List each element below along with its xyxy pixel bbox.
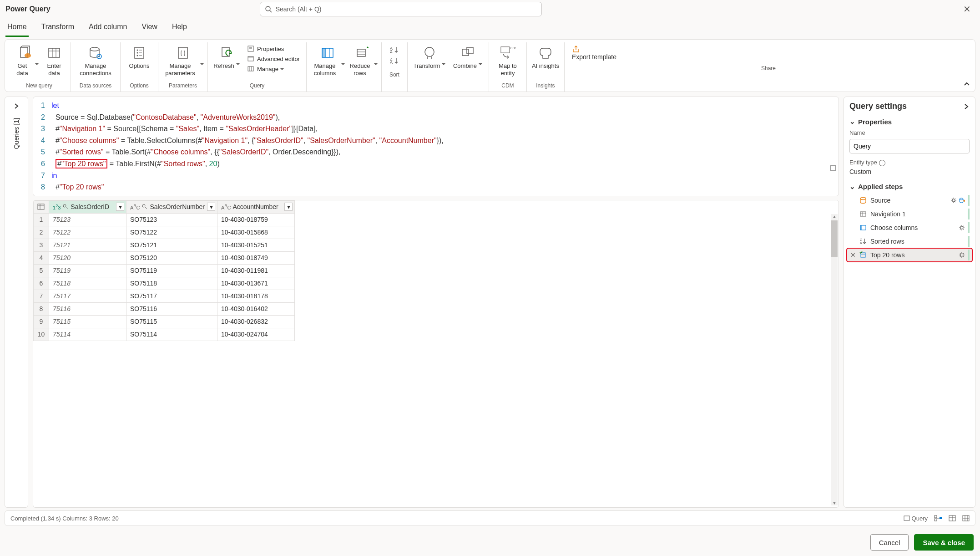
svg-rect-63: [861, 253, 865, 257]
delete-step-icon[interactable]: ✕: [849, 251, 857, 259]
manage-button[interactable]: Manage: [243, 64, 303, 73]
save-close-button[interactable]: Save & close: [914, 534, 974, 551]
table-row[interactable]: 975115SO7511510-4030-026832: [34, 315, 839, 328]
key-icon: [62, 204, 69, 210]
transform-button[interactable]: Transform: [410, 42, 449, 81]
formula-editor[interactable]: 1let2 Source = Sql.Database("ContosoData…: [33, 97, 839, 196]
advanced-editor-button[interactable]: Advanced editor: [243, 54, 303, 63]
query-name-input[interactable]: [849, 139, 970, 153]
table-row[interactable]: 1075114SO7511410-4030-024704: [34, 328, 839, 341]
ribbon-group-share: Export template Share: [565, 42, 972, 92]
ribbon-group-cols-rows: Manage columns Reduce rows: [307, 42, 382, 92]
expand-queries-button[interactable]: [11, 101, 22, 112]
properties-section-header[interactable]: ⌄ Properties: [844, 115, 975, 128]
code-fold-marker[interactable]: [830, 165, 836, 171]
col-dropdown[interactable]: ▾: [116, 203, 124, 211]
sort-az-icon: AZ: [387, 45, 402, 54]
svg-rect-66: [904, 516, 909, 520]
applied-step-item[interactable]: Navigation 1: [847, 207, 972, 221]
svg-text:Z: Z: [860, 238, 862, 241]
svg-line-49: [66, 207, 68, 209]
table-row[interactable]: 275122SO7512210-4030-015868: [34, 226, 839, 239]
refresh-button[interactable]: Refresh: [211, 42, 242, 81]
search-box[interactable]: Search (Alt + Q): [260, 2, 542, 16]
transform-icon: [422, 45, 437, 61]
ribbon-group-data-sources: Manage connections Data sources: [71, 42, 121, 92]
svg-point-10: [99, 56, 100, 57]
info-icon[interactable]: i: [879, 160, 885, 166]
sort-buttons[interactable]: AZ ZA: [384, 42, 404, 70]
options-button[interactable]: Options: [123, 42, 155, 81]
col-dropdown[interactable]: ▾: [284, 203, 293, 211]
status-view-grid-icon[interactable]: [962, 515, 970, 521]
get-data-button[interactable]: Get data: [10, 42, 40, 81]
query-stack: Properties Advanced editor Manage: [243, 42, 303, 73]
col-dropdown[interactable]: ▾: [207, 203, 215, 211]
status-steps-icon[interactable]: [934, 515, 942, 521]
datasource-icon[interactable]: [959, 197, 965, 204]
col-accountnumber[interactable]: ABC AccountNumber ▾: [217, 200, 295, 213]
query-settings-panel: Query settings ⌄ Properties Name Entity …: [844, 97, 975, 508]
col-salesordernumber[interactable]: ABC SalesOrderNumber ▾: [126, 200, 217, 213]
table-corner[interactable]: [34, 200, 49, 213]
ribbon-group-transform-combine: Transform Combine: [408, 42, 489, 92]
applied-steps-header[interactable]: ⌄ Applied steps: [844, 180, 975, 194]
status-query-button[interactable]: Query: [904, 515, 928, 522]
enter-data-icon: [46, 45, 62, 61]
settings-expand-button[interactable]: [963, 103, 970, 110]
ribbon-collapse-button[interactable]: [963, 81, 970, 88]
gear-icon[interactable]: [959, 224, 965, 231]
svg-point-65: [960, 254, 963, 256]
ai-insights-button[interactable]: AI insights: [530, 42, 561, 81]
map-entity-icon: CDM: [500, 45, 515, 61]
table-row[interactable]: 375121SO7512110-4030-015251: [34, 239, 839, 251]
table-row[interactable]: 575119SO7511910-4030-011981: [34, 264, 839, 277]
applied-step-item[interactable]: Choose columns: [847, 221, 972, 235]
step-type-icon: [859, 251, 868, 259]
chevron-down-icon: ⌄: [849, 117, 855, 126]
table-row[interactable]: 875116SO7511610-4030-016402: [34, 302, 839, 315]
svg-rect-41: [462, 49, 469, 56]
cancel-button[interactable]: Cancel: [870, 534, 909, 551]
tab-view[interactable]: View: [140, 19, 159, 37]
status-view-table-icon[interactable]: [949, 515, 956, 521]
manage-connections-button[interactable]: Manage connections: [74, 42, 117, 81]
table-row[interactable]: 175123SO7512310-4030-018759: [34, 213, 839, 226]
applied-step-item[interactable]: Source: [847, 194, 972, 207]
svg-rect-69: [940, 517, 942, 519]
svg-rect-4: [49, 48, 60, 57]
map-to-entity-button[interactable]: CDM Map to entity: [492, 42, 524, 81]
manage-columns-button[interactable]: Manage columns: [309, 42, 346, 81]
applied-step-item[interactable]: ✕Top 20 rows: [847, 248, 972, 262]
tab-transform[interactable]: Transform: [40, 19, 76, 37]
reduce-rows-button[interactable]: Reduce rows: [347, 42, 379, 81]
step-label: Source: [870, 197, 949, 204]
gear-icon[interactable]: [950, 197, 957, 204]
table-row[interactable]: 775117SO7511710-4030-018178: [34, 290, 839, 302]
svg-rect-45: [38, 204, 44, 209]
entity-type-value: Custom: [844, 167, 975, 180]
tab-add-column[interactable]: Add column: [87, 19, 129, 37]
table-row[interactable]: 675118SO7511810-4030-013671: [34, 277, 839, 290]
table-scrollbar[interactable]: ▲▼: [831, 214, 838, 505]
applied-step-item[interactable]: ZASorted rows: [847, 235, 972, 248]
tab-help[interactable]: Help: [170, 19, 189, 37]
close-button[interactable]: ✕: [960, 2, 975, 16]
svg-point-54: [960, 198, 963, 200]
svg-line-51: [145, 207, 147, 209]
gear-icon[interactable]: [959, 252, 965, 258]
manage-parameters-button[interactable]: { } Manage parameters: [161, 42, 205, 81]
export-template-button[interactable]: Export template: [567, 42, 621, 63]
properties-button[interactable]: Properties: [243, 44, 303, 53]
svg-text:A: A: [390, 60, 393, 64]
combine-button[interactable]: Combine: [450, 42, 486, 81]
svg-rect-59: [860, 225, 862, 230]
svg-point-40: [425, 47, 434, 56]
svg-rect-67: [935, 515, 937, 518]
tab-home[interactable]: Home: [5, 19, 29, 37]
col-salesorderid[interactable]: 123 SalesOrderID ▾: [49, 200, 126, 213]
svg-rect-33: [357, 49, 365, 56]
table-row[interactable]: 475120SO7512010-4030-018749: [34, 251, 839, 264]
settings-title: Query settings: [849, 102, 907, 111]
enter-data-button[interactable]: Enter data: [40, 42, 68, 81]
